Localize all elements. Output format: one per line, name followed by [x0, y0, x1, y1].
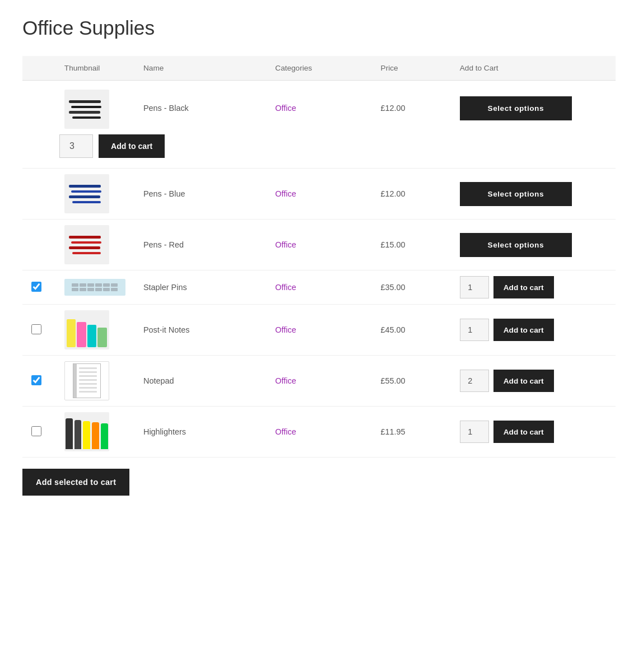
table-row: Pens - Blue Office £12.00 Select options [22, 169, 616, 220]
product-price: £12.00 [372, 169, 451, 220]
quantity-input[interactable] [460, 276, 489, 298]
quantity-input[interactable] [460, 370, 489, 392]
col-header-name: Name [134, 56, 266, 81]
col-header-categories: Categories [266, 56, 371, 81]
product-table: Thumbnail Name Categories Price Add to C… [22, 56, 616, 458]
category-link[interactable]: Office [275, 376, 296, 385]
product-name: Pens - Black [134, 81, 266, 133]
thumbnail-cell [55, 81, 134, 133]
thumbnail-cell [55, 270, 134, 305]
add-to-cart-wrap: Add to cart [460, 276, 607, 298]
product-price: £15.00 [372, 220, 451, 270]
product-category: Office [266, 81, 371, 133]
quantity-input[interactable] [460, 319, 489, 341]
col-header-price: Price [372, 56, 451, 81]
add-to-cart-cell: Select options [451, 169, 616, 220]
product-price: £35.00 [372, 270, 451, 305]
product-name: Pens - Red [134, 220, 266, 270]
table-row: Pens - Red Office £15.00 Select options [22, 220, 616, 270]
category-link[interactable]: Office [275, 189, 296, 198]
category-link[interactable]: Office [275, 240, 296, 249]
row-checkbox[interactable] [31, 375, 41, 385]
table-header-row: Thumbnail Name Categories Price Add to C… [22, 56, 616, 81]
table-row: Post-it Notes Office £45.00 Add to cart [22, 305, 616, 356]
product-category: Office [266, 220, 371, 270]
product-category: Office [266, 270, 371, 305]
thumbnail-cell [55, 407, 134, 458]
select-options-button[interactable]: Select options [460, 96, 572, 120]
product-name: Notepad [134, 356, 266, 407]
checkbox-cell[interactable] [22, 270, 55, 305]
category-link[interactable]: Office [275, 104, 296, 113]
add-to-cart-button[interactable]: Add to cart [493, 421, 554, 443]
col-header-check [22, 56, 55, 81]
category-link[interactable]: Office [275, 325, 296, 334]
checkbox-cell [22, 169, 55, 220]
thumbnail-cell [55, 356, 134, 407]
product-category: Office [266, 407, 371, 458]
table-row: Pens - Black Office £12.00 Select option… [22, 81, 616, 133]
table-row: Stapler Pins Office £35.00 Add to cart [22, 270, 616, 305]
add-to-cart-cell: Add to cart [451, 356, 616, 407]
table-row: Notepad Office £55.00 Add to cart [22, 356, 616, 407]
row-checkbox[interactable] [31, 324, 41, 334]
select-options-button[interactable]: Select options [460, 182, 572, 206]
add-selected-to-cart-button[interactable]: Add selected to cart [22, 469, 129, 496]
product-price: £12.00 [372, 81, 451, 133]
add-to-cart-wrap: Add to cart [460, 319, 607, 341]
add-to-cart-button[interactable]: Add to cart [493, 276, 554, 298]
expanded-add-td: Add to cart [22, 132, 616, 169]
product-price: £55.00 [372, 356, 451, 407]
expanded-add-row: Add to cart [22, 132, 616, 169]
select-options-button[interactable]: Select options [460, 233, 572, 257]
product-name: Pens - Blue [134, 169, 266, 220]
add-to-cart-button[interactable]: Add to cart [493, 319, 554, 341]
quantity-input[interactable] [460, 421, 489, 443]
col-header-addtocart: Add to Cart [451, 56, 616, 81]
checkbox-cell[interactable] [22, 305, 55, 356]
product-category: Office [266, 356, 371, 407]
thumbnail-cell [55, 169, 134, 220]
product-price: £11.95 [372, 407, 451, 458]
product-name: Stapler Pins [134, 270, 266, 305]
page-title: Office Supplies [22, 17, 616, 39]
add-to-cart-button[interactable]: Add to cart [493, 370, 554, 392]
add-to-cart-cell: Add to cart [451, 305, 616, 356]
checkbox-cell [22, 220, 55, 270]
thumbnail-cell [55, 220, 134, 270]
add-to-cart-cell: Add to cart [451, 407, 616, 458]
table-row: Highlighters Office £11.95 Add to cart [22, 407, 616, 458]
thumbnail-cell [55, 305, 134, 356]
category-link[interactable]: Office [275, 283, 296, 292]
product-name: Highlighters [134, 407, 266, 458]
quantity-input[interactable] [59, 134, 93, 158]
add-to-cart-button[interactable]: Add to cart [99, 134, 165, 158]
category-link[interactable]: Office [275, 427, 296, 436]
inline-add-wrap: Add to cart [59, 134, 607, 158]
product-name: Post-it Notes [134, 305, 266, 356]
add-to-cart-cell: Select options [451, 220, 616, 270]
product-price: £45.00 [372, 305, 451, 356]
checkbox-cell [22, 81, 55, 133]
product-category: Office [266, 169, 371, 220]
add-to-cart-wrap: Add to cart [460, 421, 607, 443]
row-checkbox[interactable] [31, 426, 41, 436]
add-to-cart-wrap: Add to cart [460, 370, 607, 392]
checkbox-cell[interactable] [22, 356, 55, 407]
product-category: Office [266, 305, 371, 356]
checkbox-cell[interactable] [22, 407, 55, 458]
add-to-cart-cell: Add to cart [451, 270, 616, 305]
row-checkbox[interactable] [31, 282, 41, 292]
col-header-thumbnail: Thumbnail [55, 56, 134, 81]
add-to-cart-cell: Select options [451, 81, 616, 133]
